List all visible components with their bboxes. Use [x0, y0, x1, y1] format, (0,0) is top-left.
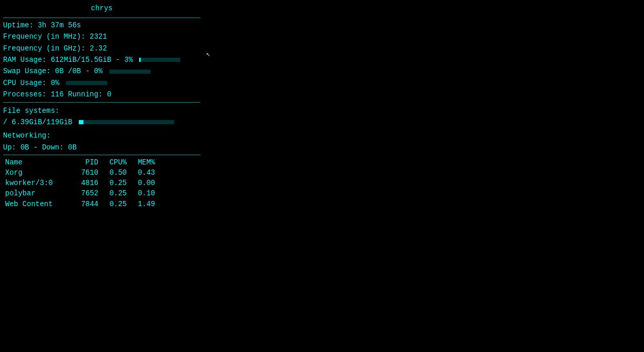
- freq-mhz-line: Frequency (in MHz): 2321: [3, 31, 200, 42]
- process-name: kworker/3:0: [3, 178, 70, 188]
- proc-label: Processes:: [3, 90, 46, 98]
- mouse-cursor: ↖: [206, 49, 211, 58]
- networking-header: Networking:: [3, 130, 200, 141]
- cpu-bar-track: [66, 81, 107, 85]
- col-header-pid: PID: [70, 158, 98, 166]
- table-row: kworker/3:0 4816 0.25 0.00: [3, 178, 200, 188]
- cpu-progress: [66, 78, 107, 88]
- process-mem: 1.49: [127, 199, 155, 209]
- cpu-value: 0%: [50, 79, 59, 87]
- up-label: Up:: [3, 143, 16, 152]
- proc-running: 0: [107, 90, 111, 98]
- freq-ghz-line: Frequency (in GHz): 2.32: [3, 43, 200, 54]
- up-value: 0B: [21, 143, 29, 152]
- uptime-line: Uptime: 3h 37m 56s: [3, 20, 200, 30]
- col-header-cpu: CPU%: [98, 158, 127, 166]
- freq-ghz-value: 2.32: [90, 44, 107, 53]
- freq-mhz-label: Frequency (in MHz):: [3, 32, 86, 41]
- process-pid: 7610: [70, 167, 98, 178]
- col-header-name: Name: [3, 158, 70, 166]
- process-pid: 4816: [70, 178, 98, 188]
- title-divider: [3, 18, 200, 18]
- process-rows-container: Xorg 7610 0.50 0.43 kworker/3:0 4816 0.2…: [3, 167, 200, 209]
- table-row: Web Content 7844 0.25 1.49: [3, 199, 200, 209]
- down-separator: -: [33, 143, 42, 152]
- col-header-mem: MEM%: [127, 158, 155, 166]
- process-table: Name PID CPU% MEM% Xorg 7610 0.50 0.43 k…: [3, 158, 200, 209]
- section-divider-2: [3, 155, 200, 155]
- ram-progress: [139, 55, 180, 65]
- section-divider-1: [3, 102, 200, 103]
- proc-running-label: Running:: [68, 90, 103, 98]
- process-name: Xorg: [3, 167, 70, 178]
- terminal-window: chrys Uptime: 3h 37m 56s Frequency (in M…: [0, 0, 204, 213]
- process-mem: 0.10: [127, 188, 155, 198]
- process-mem: 0.00: [127, 178, 155, 188]
- uptime-label: Uptime:: [3, 21, 33, 29]
- terminal-title: chrys: [3, 4, 200, 12]
- ram-value: 612MiB/15.5GiB - 3%: [50, 56, 133, 64]
- process-pid: 7844: [70, 199, 98, 209]
- swap-line: Swap Usage: 0B /0B - 0%: [3, 66, 200, 76]
- freq-mhz-value: 2321: [90, 32, 107, 41]
- table-row: polybar 7652 0.25 0.10: [3, 188, 200, 198]
- down-value: 0B: [68, 143, 77, 152]
- proc-count: 116: [50, 90, 63, 98]
- cursor-arrow-icon: ↖: [206, 49, 210, 58]
- process-cpu: 0.25: [98, 188, 127, 198]
- fs-bar-fill: [79, 120, 83, 124]
- filesystem-header: File systems:: [3, 106, 200, 116]
- fs-progress: [79, 117, 174, 127]
- process-name: Web Content: [3, 199, 70, 209]
- ram-label: RAM Usage:: [3, 56, 46, 64]
- process-cpu: 0.25: [98, 199, 127, 209]
- process-table-header: Name PID CPU% MEM%: [3, 158, 200, 166]
- process-mem: 0.43: [127, 167, 155, 178]
- table-row: Xorg 7610 0.50 0.43: [3, 167, 200, 178]
- process-cpu: 0.25: [98, 178, 127, 188]
- freq-ghz-label: Frequency (in GHz):: [3, 44, 86, 53]
- fs-mount: /: [3, 118, 7, 126]
- swap-progress: [109, 66, 150, 76]
- process-cpu: 0.50: [98, 167, 127, 178]
- uptime-value: 3h 37m 56s: [38, 21, 81, 29]
- processes-line: Processes: 116 Running: 0: [3, 89, 200, 99]
- networking-line: Up: 0B - Down: 0B: [3, 142, 200, 153]
- ram-line: RAM Usage: 612MiB/15.5GiB - 3%: [3, 55, 200, 65]
- cpu-line: CPU Usage: 0%: [3, 78, 200, 88]
- swap-value: 0B /0B - 0%: [55, 67, 103, 75]
- ram-bar-fill: [139, 58, 140, 62]
- swap-bar-track: [109, 70, 150, 74]
- swap-label: Swap Usage:: [3, 67, 50, 75]
- ram-bar-track: [139, 58, 180, 62]
- fs-size: 6.39GiB/119GiB: [12, 118, 73, 126]
- process-pid: 7652: [70, 188, 98, 198]
- filesystem-entry: / 6.39GiB/119GiB: [3, 117, 200, 127]
- process-name: polybar: [3, 188, 70, 198]
- cpu-label: CPU Usage:: [3, 79, 46, 87]
- fs-bar-track: [79, 120, 174, 124]
- down-label: Down:: [42, 143, 64, 152]
